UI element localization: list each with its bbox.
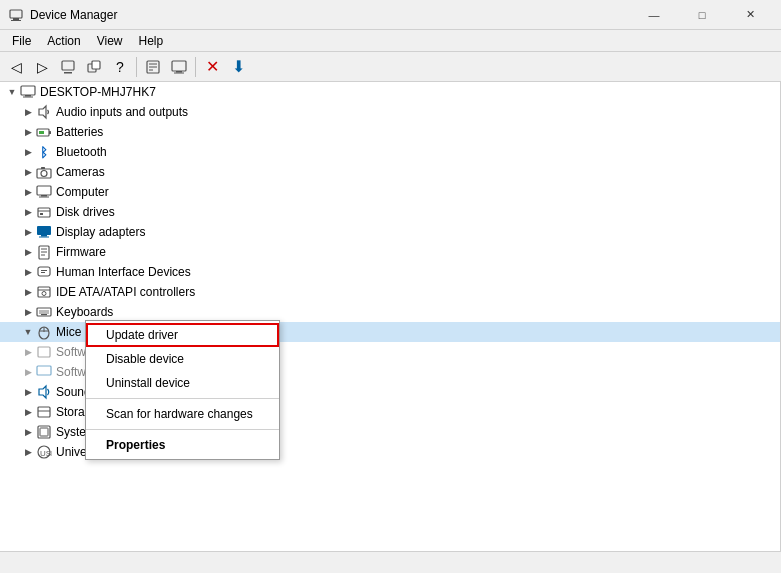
tree-item-cameras-label: Cameras (56, 165, 105, 179)
svg-marker-52 (39, 386, 46, 398)
tree-item-hid-label: Human Interface Devices (56, 265, 191, 279)
svg-rect-46 (41, 314, 47, 315)
disk-icon (36, 204, 52, 220)
mouse-icon (36, 324, 52, 340)
tree-item-keyboards-label: Keyboards (56, 305, 113, 319)
svg-rect-16 (23, 97, 33, 98)
tree-item-audio[interactable]: ▶ Audio inputs and outputs (0, 102, 780, 122)
svg-rect-14 (21, 86, 35, 95)
expand-mice[interactable]: ▼ (20, 324, 36, 340)
expand-firmware[interactable]: ▶ (20, 244, 36, 260)
expand-disk[interactable]: ▶ (20, 204, 36, 220)
svg-marker-17 (39, 106, 46, 118)
hid-icon (36, 264, 52, 280)
svg-rect-20 (39, 131, 44, 134)
tree-item-hid[interactable]: ▶ Human Interface Devices (0, 262, 780, 282)
tree-item-ide[interactable]: ▶ IDE ATA/ATAPI controllers (0, 282, 780, 302)
svg-rect-24 (37, 186, 51, 195)
tree-item-cameras[interactable]: ▶ Cameras (0, 162, 780, 182)
tree-root[interactable]: ▼ DESKTOP-MHJ7HK7 (0, 82, 780, 102)
toolbar-monitor[interactable] (167, 55, 191, 79)
tree-item-bluetooth[interactable]: ▶ ᛒ Bluetooth (0, 142, 780, 162)
expand-root[interactable]: ▼ (4, 84, 20, 100)
toolbar: ◁ ▷ ? ✕ ⬇ (0, 52, 781, 82)
status-bar (0, 551, 781, 573)
context-disable-device[interactable]: Disable device (86, 347, 279, 371)
svg-rect-11 (172, 61, 186, 71)
expand-hid[interactable]: ▶ (20, 264, 36, 280)
svg-rect-2 (11, 20, 21, 21)
expand-swd[interactable]: ▶ (20, 364, 36, 380)
expand-system[interactable]: ▶ (20, 424, 36, 440)
tree-item-firmware[interactable]: ▶ Firmware (0, 242, 780, 262)
svg-rect-38 (41, 270, 47, 271)
toolbar-scan[interactable]: ⬇ (226, 55, 250, 79)
tree-item-ide-label: IDE ATA/ATAPI controllers (56, 285, 195, 299)
main-area: ▼ DESKTOP-MHJ7HK7 ▶ Audio inputs and out… (0, 82, 781, 551)
toolbar-expand[interactable] (82, 55, 106, 79)
expand-batteries[interactable]: ▶ (20, 124, 36, 140)
computer-icon (20, 84, 36, 100)
context-properties[interactable]: Properties (86, 433, 279, 457)
menu-help[interactable]: Help (131, 32, 172, 50)
tree-item-keyboards[interactable]: ▶ Keyboards (0, 302, 780, 322)
tree-item-disk[interactable]: ▶ Disk drives (0, 202, 780, 222)
toolbar-help[interactable]: ? (108, 55, 132, 79)
expand-keyboards[interactable]: ▶ (20, 304, 36, 320)
svg-rect-4 (64, 72, 72, 74)
svg-point-22 (41, 171, 47, 177)
expand-ide[interactable]: ▶ (20, 284, 36, 300)
expand-display[interactable]: ▶ (20, 224, 36, 240)
context-uninstall-device[interactable]: Uninstall device (86, 371, 279, 395)
menu-view[interactable]: View (89, 32, 131, 50)
svg-rect-19 (49, 131, 51, 134)
toolbar-properties[interactable] (141, 55, 165, 79)
expand-audio[interactable]: ▶ (20, 104, 36, 120)
tree-item-display[interactable]: ▶ Display adapters (0, 222, 780, 242)
expand-bluetooth[interactable]: ▶ (20, 144, 36, 160)
context-update-driver[interactable]: Update driver (86, 323, 279, 347)
audio-icon (36, 104, 52, 120)
expand-storage[interactable]: ▶ (20, 404, 36, 420)
maximize-button[interactable]: □ (679, 0, 725, 30)
tree-item-batteries[interactable]: ▶ Batteries (0, 122, 780, 142)
toolbar-forward[interactable]: ▷ (30, 55, 54, 79)
svg-rect-31 (41, 235, 47, 237)
close-button[interactable]: ✕ (727, 0, 773, 30)
toolbar-collapse[interactable] (56, 55, 80, 79)
system-icon (36, 424, 52, 440)
title-bar: Device Manager — □ ✕ (0, 0, 781, 30)
toolbar-sep1 (136, 57, 137, 77)
svg-rect-12 (176, 71, 182, 73)
context-scan-changes[interactable]: Scan for hardware changes (86, 402, 279, 426)
expand-computer[interactable]: ▶ (20, 184, 36, 200)
toolbar-uninstall[interactable]: ✕ (200, 55, 224, 79)
context-menu: Update driver Disable device Uninstall d… (85, 320, 280, 460)
svg-rect-0 (10, 10, 22, 18)
display-icon (36, 224, 52, 240)
storage-icon (36, 404, 52, 420)
tree-item-computer-label: Computer (56, 185, 109, 199)
menu-file[interactable]: File (4, 32, 39, 50)
toolbar-back[interactable]: ◁ (4, 55, 28, 79)
camera-icon (36, 164, 52, 180)
menu-action[interactable]: Action (39, 32, 88, 50)
toolbar-sep2 (195, 57, 196, 77)
device-tree[interactable]: ▼ DESKTOP-MHJ7HK7 ▶ Audio inputs and out… (0, 82, 781, 551)
tree-root-label: DESKTOP-MHJ7HK7 (40, 85, 156, 99)
keyboard-icon (36, 304, 52, 320)
expand-sc[interactable]: ▶ (20, 344, 36, 360)
svg-rect-25 (41, 195, 47, 197)
expand-usb[interactable]: ▶ (20, 444, 36, 460)
svg-rect-1 (13, 18, 19, 20)
svg-rect-56 (40, 428, 48, 436)
minimize-button[interactable]: — (631, 0, 677, 30)
svg-rect-27 (38, 208, 50, 217)
tree-item-computer[interactable]: ▶ Computer (0, 182, 780, 202)
expand-sound[interactable]: ▶ (20, 384, 36, 400)
svg-rect-13 (174, 72, 184, 73)
usb-icon: USB (36, 444, 52, 460)
expand-cameras[interactable]: ▶ (20, 164, 36, 180)
battery-icon (36, 124, 52, 140)
firmware-icon (36, 244, 52, 260)
